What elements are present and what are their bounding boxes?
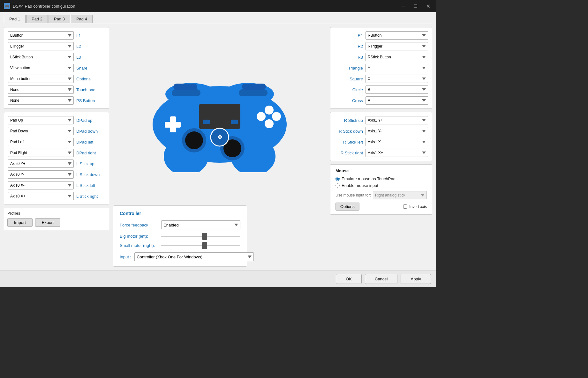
input-select[interactable]: Controller (Xbox One For Windows) None — [134, 252, 254, 261]
big-motor-slider[interactable] — [161, 236, 240, 237]
triangle-row: Triangle Y — [334, 64, 428, 72]
rstick-left-label: R Stick left — [334, 140, 363, 145]
mouse-options-button[interactable]: Options — [335, 203, 359, 211]
invert-axis-label[interactable]: Invert axis — [409, 204, 427, 209]
dpad-down-select[interactable]: Pad Down — [8, 127, 74, 135]
circle-label: Circle — [334, 87, 363, 92]
touchpad-label: Touch pad — [76, 87, 105, 92]
dpad-down-label: DPad down — [76, 129, 105, 134]
left-panel: LButton L1 LTrigger L2 LStick Button — [4, 27, 109, 267]
window-title: DSX4 Pad controller configuration — [13, 4, 75, 9]
r1-select[interactable]: RButton — [366, 31, 428, 40]
maximize-button[interactable]: □ — [412, 3, 419, 10]
bottom-bar: OK Cancel Apply — [0, 271, 436, 287]
l3-label: L3 — [76, 55, 105, 60]
square-select[interactable]: X — [366, 75, 428, 83]
mouse-options-row: Options Invert axis — [335, 203, 427, 211]
cross-select[interactable]: A — [366, 96, 428, 105]
tab-pad3[interactable]: Pad 3 — [49, 15, 70, 23]
r3-row: R3 RStick Button — [334, 53, 428, 61]
dpad-left-label: DPad left — [76, 140, 105, 145]
options-select[interactable]: Menu button — [8, 75, 74, 83]
ok-button[interactable]: OK — [336, 274, 362, 284]
center-panel: ✤ Controller Force feedback — [113, 27, 326, 267]
rstick-down-select[interactable]: Axis1 Y- — [366, 127, 428, 135]
rstick-right-select[interactable]: Axis1 X+ — [366, 149, 428, 157]
options-label: Options — [76, 77, 105, 81]
r3-label: R3 — [334, 55, 363, 60]
touchpad-row: None Touch pad — [8, 85, 105, 94]
force-feedback-select[interactable]: Enabled Disabled — [161, 220, 240, 229]
force-feedback-row: Force feedback Enabled Disabled — [120, 220, 240, 229]
circle-select[interactable]: B — [366, 85, 428, 94]
bottom-content: Controller Force feedback Enabled Disabl… — [113, 205, 326, 267]
l3-row: LStick Button L3 — [8, 53, 105, 61]
emulate-mouse-label[interactable]: Emulate mouse as TouchPad — [342, 176, 396, 181]
small-motor-slider[interactable] — [161, 245, 240, 246]
rstick-right-label: R Stick right — [334, 151, 363, 155]
small-motor-row: Small motor (right): — [120, 243, 240, 248]
r2-select[interactable]: RTrigger — [366, 42, 428, 50]
r2-label: R2 — [334, 44, 363, 49]
square-label: Square — [334, 77, 363, 81]
lstick-right-select[interactable]: Axis0 X+ — [8, 192, 74, 200]
tab-pad2[interactable]: Pad 2 — [26, 15, 48, 23]
svg-point-14 — [265, 119, 274, 128]
r1-label: R1 — [334, 33, 363, 38]
dpad-up-select[interactable]: Pad Up — [8, 116, 74, 124]
lstick-up-select[interactable]: Axis0 Y+ — [8, 159, 74, 168]
export-button[interactable]: Export — [35, 218, 61, 227]
controller-image-area: ✤ — [113, 27, 326, 202]
rstick-left-select[interactable]: Axis1 X- — [366, 138, 428, 146]
big-motor-row: Big motor (left): — [120, 234, 240, 239]
tab-pad1[interactable]: Pad 1 — [4, 15, 26, 23]
svg-rect-5 — [199, 104, 240, 129]
mouse-input-row: Use mouse input for: Right analog stick … — [335, 191, 427, 199]
emulate-mouse-radio[interactable] — [335, 177, 340, 181]
l1-row: LButton L1 — [8, 31, 105, 40]
content-area: LButton L1 LTrigger L2 LStick Button — [0, 23, 436, 271]
share-select[interactable]: View button — [8, 64, 74, 72]
l3-select[interactable]: LStick Button — [8, 53, 74, 61]
import-button[interactable]: Import — [7, 218, 33, 227]
minimize-button[interactable]: ─ — [400, 3, 407, 10]
mouse-use-for-select[interactable]: Right analog stick Left analog stick Non… — [373, 191, 427, 199]
main-window: Pad 1 Pad 2 Pad 3 Pad 4 LButton L1 LTri — [0, 12, 436, 287]
r3-select[interactable]: RStick Button — [366, 53, 428, 61]
ps-select[interactable]: None — [8, 96, 74, 105]
triangle-label: Triangle — [334, 66, 363, 70]
enable-mouse-radio[interactable] — [335, 183, 340, 188]
apply-button[interactable]: Apply — [401, 274, 431, 284]
triangle-select[interactable]: Y — [366, 64, 428, 72]
cancel-button[interactable]: Cancel — [365, 274, 397, 284]
lstick-down-select[interactable]: Axis0 Y- — [8, 170, 74, 179]
dpad-group: Pad Up DPad up Pad Down DPad down Pad Le… — [4, 112, 109, 204]
touchpad-select[interactable]: None — [8, 85, 74, 94]
force-feedback-label: Force feedback — [120, 223, 161, 227]
rstick-down-row: R Stick down Axis1 Y- — [334, 127, 428, 135]
big-motor-track — [161, 236, 240, 237]
rstick-up-label: R Stick up — [334, 118, 363, 123]
big-motor-thumb[interactable] — [202, 233, 207, 240]
l2-select[interactable]: LTrigger — [8, 42, 74, 50]
emulate-mouse-row: Emulate mouse as TouchPad — [335, 176, 427, 181]
dpad-right-select[interactable]: Pad Right — [8, 149, 74, 157]
profiles-title: Profiles — [7, 211, 106, 216]
invert-axis-checkbox[interactable] — [403, 204, 407, 209]
tabs-bar: Pad 1 Pad 2 Pad 3 Pad 4 — [0, 12, 436, 23]
enable-mouse-label[interactable]: Enable mouse input — [342, 183, 378, 188]
small-motor-thumb[interactable] — [202, 242, 207, 249]
dpad-right-row: Pad Right DPad right — [8, 149, 105, 157]
l1-select[interactable]: LButton — [8, 31, 74, 40]
controller-card: Controller Force feedback Enabled Disabl… — [113, 205, 247, 267]
close-button[interactable]: ✕ — [424, 3, 432, 10]
rstick-left-row: R Stick left Axis1 X- — [334, 138, 428, 146]
lstick-right-row: Axis0 X+ L Stick right — [8, 192, 105, 200]
mouse-title: Mouse — [335, 168, 427, 173]
rstick-up-select[interactable]: Axis1 Y+ — [366, 116, 428, 124]
input-label: Input : — [120, 255, 131, 259]
lstick-left-select[interactable]: Axis0 X- — [8, 181, 74, 189]
tab-pad4[interactable]: Pad 4 — [71, 15, 93, 23]
input-row: Input : Controller (Xbox One For Windows… — [120, 252, 254, 261]
dpad-left-select[interactable]: Pad Left — [8, 138, 74, 146]
